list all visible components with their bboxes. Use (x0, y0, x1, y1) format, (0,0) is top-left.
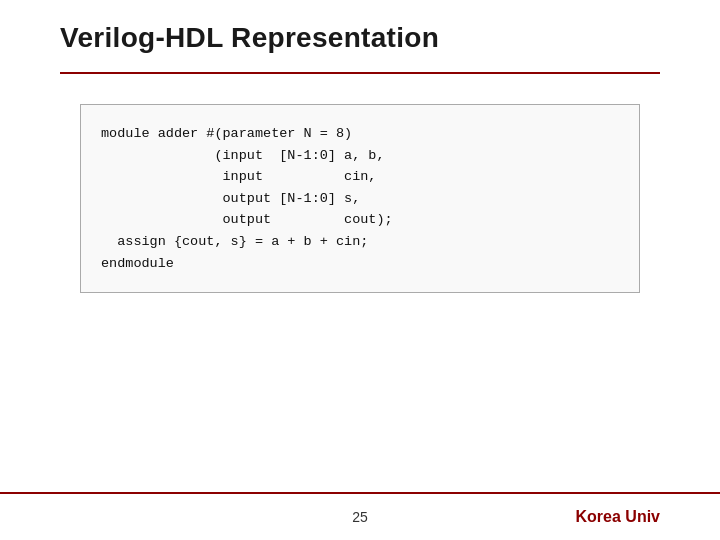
page-number: 25 (260, 509, 460, 525)
footer-brand: Korea Univ (460, 508, 660, 526)
code-line-9: endmodule (101, 253, 619, 275)
code-line-7: assign {cout, s} = a + b + cin; (101, 231, 619, 253)
code-line-4: output [N-1:0] s, (101, 188, 619, 210)
slide-container: Verilog-HDL Representation module adder … (0, 0, 720, 540)
code-line-2: (input [N-1:0] a, b, (101, 145, 619, 167)
slide-title: Verilog-HDL Representation (60, 22, 660, 54)
footer-area: 25 Korea Univ (0, 492, 720, 540)
code-line-5: output cout); (101, 209, 619, 231)
code-line-1: module adder #(parameter N = 8) (101, 123, 619, 145)
header-area: Verilog-HDL Representation (0, 0, 720, 64)
main-content: module adder #(parameter N = 8) (input [… (0, 74, 720, 293)
code-box: module adder #(parameter N = 8) (input [… (80, 104, 640, 293)
code-line-3: input cin, (101, 166, 619, 188)
